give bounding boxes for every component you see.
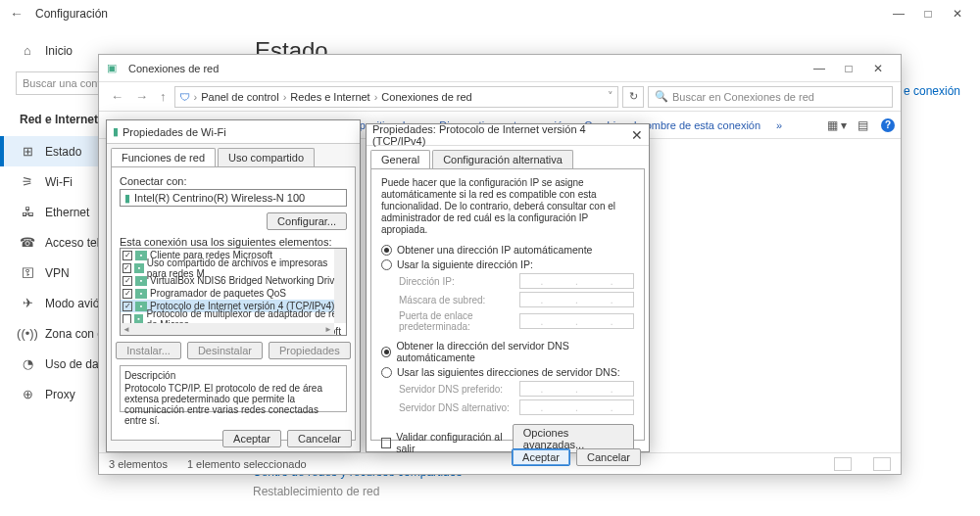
ok-button[interactable]: Aceptar bbox=[512, 448, 570, 466]
ipv4-properties-dialog: Propiedades: Protocolo de Internet versi… bbox=[366, 123, 650, 452]
network-reset-link[interactable]: Restablecimiento de red bbox=[253, 485, 462, 498]
view-large-icon[interactable] bbox=[834, 457, 852, 471]
cancel-button[interactable]: Cancelar bbox=[287, 430, 352, 447]
radio-auto-dns[interactable]: Obtener la dirección del servidor DNS au… bbox=[381, 340, 634, 363]
close-icon[interactable]: ✕ bbox=[863, 62, 893, 75]
radio-icon bbox=[381, 347, 391, 357]
nav-back-icon[interactable]: ← bbox=[107, 89, 127, 104]
ip-label: Dirección IP: bbox=[399, 276, 512, 287]
checkbox-icon[interactable]: ✓ bbox=[122, 289, 132, 299]
configure-button[interactable]: Configurar... bbox=[267, 212, 347, 230]
minimize-icon[interactable]: — bbox=[884, 7, 913, 21]
ethernet-icon: 🖧 bbox=[20, 205, 35, 219]
network-icon: ▣ bbox=[107, 62, 122, 74]
phone-icon: ☎ bbox=[20, 235, 35, 250]
adapter-field: ▮Intel(R) Centrino(R) Wireless-N 100 bbox=[120, 189, 347, 207]
radio-manual-ip[interactable]: Usar la siguiente dirección IP: bbox=[381, 258, 634, 270]
components-list[interactable]: ✓▪Cliente para redes Microsoft ✓▪Uso com… bbox=[120, 248, 347, 336]
driver-icon: ▪ bbox=[135, 276, 147, 286]
wifi-titlebar: ▮ Propiedades de Wi-Fi bbox=[107, 120, 360, 144]
nav-forward-icon[interactable]: → bbox=[131, 89, 152, 104]
hotspot-icon: ((•)) bbox=[20, 326, 35, 341]
back-icon[interactable]: ← bbox=[8, 5, 25, 23]
checkbox-icon[interactable]: ✓ bbox=[122, 263, 131, 273]
install-button[interactable]: Instalar... bbox=[116, 342, 181, 359]
description-box: Descripción Protocolo TCP/IP. El protoco… bbox=[120, 365, 347, 412]
radio-icon bbox=[381, 245, 392, 256]
settings-titlebar: ← Configuración — □ ✕ bbox=[0, 0, 980, 27]
tab-networking[interactable]: Funciones de red bbox=[111, 148, 216, 166]
data-icon: ◔ bbox=[20, 356, 35, 371]
intro-text: Puede hacer que la configuración IP se a… bbox=[381, 177, 634, 236]
checkbox-icon[interactable]: ✓ bbox=[122, 302, 132, 311]
radio-icon bbox=[381, 259, 392, 270]
view-list-icon[interactable] bbox=[873, 457, 891, 471]
radio-auto-ip[interactable]: Obtener una dirección IP automáticamente bbox=[381, 244, 634, 256]
proxy-icon: ⊕ bbox=[20, 387, 35, 401]
mask-label: Máscara de subred: bbox=[399, 295, 512, 305]
shield-icon: 🛡 bbox=[179, 91, 190, 103]
wifi-icon: ⚞ bbox=[20, 174, 35, 189]
checkbox-icon[interactable] bbox=[122, 314, 131, 324]
mask-field: ... bbox=[519, 292, 634, 307]
explorer-titlebar: ▣ Conexiones de red — □ ✕ bbox=[99, 55, 901, 82]
minimize-icon[interactable]: — bbox=[805, 62, 834, 75]
client-icon: ▪ bbox=[135, 251, 147, 260]
refresh-icon[interactable]: ↻ bbox=[622, 86, 644, 108]
breadcrumb[interactable]: 🛡 › Panel de control› Redes e Internet› … bbox=[174, 86, 619, 108]
maximize-icon[interactable]: □ bbox=[913, 7, 943, 21]
close-icon[interactable]: ✕ bbox=[631, 127, 643, 143]
checkbox-icon[interactable]: ✓ bbox=[122, 251, 132, 260]
connect-with-label: Conectar con: bbox=[120, 175, 347, 187]
settings-title: Configuración bbox=[35, 7, 108, 21]
qos-icon: ▪ bbox=[135, 289, 147, 299]
ok-button[interactable]: Aceptar bbox=[222, 430, 281, 447]
cmd-more[interactable]: » bbox=[770, 116, 788, 135]
wifi-properties-dialog: ▮ Propiedades de Wi-Fi Funciones de red … bbox=[106, 119, 361, 452]
help-icon[interactable]: ? bbox=[881, 118, 895, 132]
tab-altconfig[interactable]: Configuración alternativa bbox=[432, 150, 573, 168]
h-scrollbar[interactable]: ◄► bbox=[121, 323, 334, 335]
checkbox-icon bbox=[381, 438, 391, 448]
cancel-button[interactable]: Cancelar bbox=[576, 448, 641, 466]
scrollbar[interactable] bbox=[334, 249, 346, 323]
gateway-field: ... bbox=[519, 313, 634, 329]
chevron-down-icon[interactable]: ˅ bbox=[608, 90, 613, 103]
share-icon: ▪ bbox=[134, 263, 144, 273]
checkbox-icon[interactable]: ✓ bbox=[122, 276, 132, 286]
dns1-label: Servidor DNS preferido: bbox=[399, 384, 512, 395]
close-icon[interactable]: ✕ bbox=[943, 7, 972, 21]
protocol-icon: ▪ bbox=[135, 302, 147, 311]
uses-label: Esta conexión usa los siguientes element… bbox=[120, 236, 347, 248]
search-icon: 🔍 bbox=[655, 90, 668, 103]
radio-manual-dns[interactable]: Usar las siguientes direcciones de servi… bbox=[381, 366, 634, 378]
nav-up-icon[interactable]: ↑ bbox=[156, 89, 171, 104]
adapter-icon: ▮ bbox=[124, 192, 130, 205]
ip-field: ... bbox=[519, 273, 634, 289]
home-icon: ⌂ bbox=[20, 43, 35, 58]
validate-checkbox[interactable]: Validar configuración al salir bbox=[381, 431, 513, 454]
maximize-icon[interactable]: □ bbox=[834, 62, 863, 75]
status-count: 3 elementos bbox=[109, 458, 168, 470]
explorer-search[interactable]: 🔍Buscar en Conexiones de red bbox=[648, 86, 893, 108]
ipv4-titlebar: Propiedades: Protocolo de Internet versi… bbox=[367, 124, 649, 146]
view-icons-icon[interactable]: ▦ ▾ bbox=[826, 118, 848, 132]
wifi-icon: ▮ bbox=[113, 125, 119, 138]
view-details-icon[interactable]: ▤ bbox=[852, 118, 873, 132]
properties-button[interactable]: Propiedades bbox=[269, 342, 351, 359]
tab-sharing[interactable]: Uso compartido bbox=[218, 148, 315, 166]
connection-link[interactable]: e conexión bbox=[904, 84, 960, 98]
explorer-title: Conexiones de red bbox=[128, 63, 219, 74]
airplane-icon: ✈ bbox=[20, 296, 35, 310]
vpn-icon: ⚿ bbox=[20, 265, 35, 280]
gateway-label: Puerta de enlace predeterminada: bbox=[399, 310, 512, 332]
tab-general[interactable]: General bbox=[370, 150, 430, 168]
explorer-addressbar: ← → ↑ 🛡 › Panel de control› Redes e Inte… bbox=[99, 82, 901, 112]
radio-icon bbox=[381, 367, 392, 378]
dns2-field: ... bbox=[519, 399, 634, 415]
protocol-icon: ▪ bbox=[134, 314, 144, 324]
dns2-label: Servidor DNS alternativo: bbox=[399, 402, 512, 413]
dns1-field: ... bbox=[519, 381, 634, 397]
uninstall-button[interactable]: Desinstalar bbox=[187, 342, 263, 359]
status-icon: ⊞ bbox=[20, 144, 35, 159]
